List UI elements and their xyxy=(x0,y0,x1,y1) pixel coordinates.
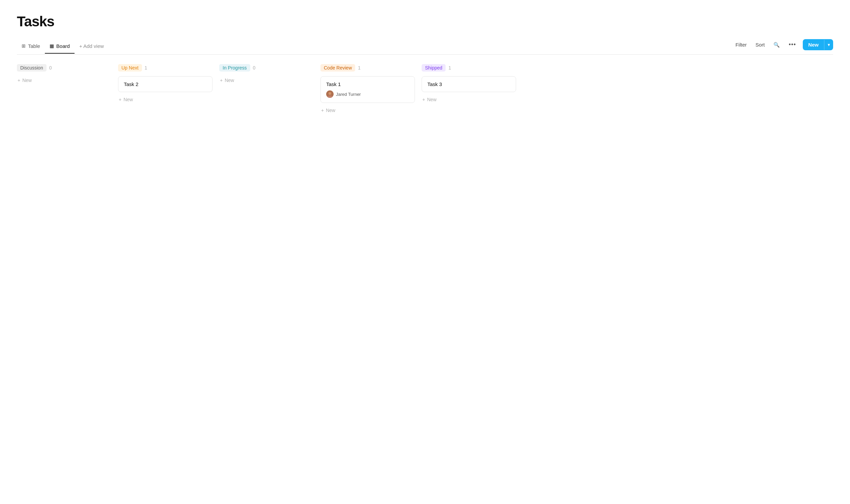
column-codereview: Code Review 1 Task 1 Jared Turner + New xyxy=(321,64,422,114)
column-discussion: Discussion 0 + New xyxy=(17,64,118,84)
more-options-button[interactable]: ••• xyxy=(786,40,798,50)
plus-icon-inprogress: + xyxy=(220,77,223,83)
tab-table[interactable]: ⊞ Table xyxy=(17,40,45,54)
new-button-chevron-icon[interactable]: ▾ xyxy=(824,40,833,50)
column-label-upnext: Up Next xyxy=(118,64,142,72)
column-upnext: Up Next 1 Task 2 + New xyxy=(118,64,219,104)
add-view-label: + Add view xyxy=(79,43,104,49)
column-count-inprogress: 0 xyxy=(253,65,256,71)
page-title: Tasks xyxy=(17,14,833,30)
add-view-button[interactable]: + Add view xyxy=(75,40,109,53)
add-new-label-inprogress: New xyxy=(225,77,234,83)
column-inprogress: In Progress 0 + New xyxy=(219,64,321,84)
add-new-label-shipped: New xyxy=(427,97,436,102)
add-new-codereview[interactable]: + New xyxy=(321,106,415,114)
tab-board[interactable]: ▦ Board xyxy=(45,40,75,54)
card-task2-title: Task 2 xyxy=(124,81,138,87)
add-new-upnext[interactable]: + New xyxy=(118,95,213,104)
column-header-inprogress: In Progress 0 xyxy=(219,64,314,72)
column-count-codereview: 1 xyxy=(358,65,361,71)
search-icon: 🔍 xyxy=(774,42,780,48)
new-button-label: New xyxy=(803,39,824,50)
board: Discussion 0 + New Up Next 1 Task 2 + Ne… xyxy=(17,64,833,114)
add-new-inprogress[interactable]: + New xyxy=(219,76,314,84)
card-task1[interactable]: Task 1 Jared Turner xyxy=(321,76,415,103)
toolbar-right: Filter Sort 🔍 ••• New ▾ xyxy=(733,39,833,54)
column-count-upnext: 1 xyxy=(145,65,147,71)
card-task3[interactable]: Task 3 xyxy=(422,76,516,92)
column-header-shipped: Shipped 1 xyxy=(422,64,516,72)
card-task1-assignee: Jared Turner xyxy=(326,90,409,98)
column-count-discussion: 0 xyxy=(49,65,52,71)
plus-icon-codereview: + xyxy=(321,108,324,113)
new-button[interactable]: New ▾ xyxy=(803,39,833,50)
search-button[interactable]: 🔍 xyxy=(772,40,782,49)
add-new-shipped[interactable]: + New xyxy=(422,95,516,104)
plus-icon-discussion: + xyxy=(18,77,20,83)
column-label-shipped: Shipped xyxy=(422,64,446,72)
more-icon: ••• xyxy=(789,41,796,48)
svg-point-1 xyxy=(328,92,331,95)
card-task2[interactable]: Task 2 xyxy=(118,76,213,92)
sort-button[interactable]: Sort xyxy=(754,40,767,49)
plus-icon-upnext: + xyxy=(119,97,122,102)
board-icon: ▦ xyxy=(50,43,54,49)
column-label-discussion: Discussion xyxy=(17,64,47,72)
column-shipped: Shipped 1 Task 3 + New xyxy=(422,64,523,104)
tab-table-label: Table xyxy=(28,43,40,49)
column-header-discussion: Discussion 0 xyxy=(17,64,111,72)
view-tabs-bar: ⊞ Table ▦ Board + Add view Filter Sort 🔍… xyxy=(17,39,833,55)
card-task1-title: Task 1 xyxy=(326,81,409,87)
column-header-codereview: Code Review 1 xyxy=(321,64,415,72)
filter-button[interactable]: Filter xyxy=(733,40,748,49)
add-new-label-discussion: New xyxy=(22,77,32,83)
plus-icon-shipped: + xyxy=(422,97,425,102)
table-icon: ⊞ xyxy=(22,43,25,49)
card-task3-title: Task 3 xyxy=(427,81,442,87)
column-label-codereview: Code Review xyxy=(321,64,355,72)
assignee-name-jared: Jared Turner xyxy=(336,92,361,97)
add-new-label-upnext: New xyxy=(124,97,133,102)
column-label-inprogress: In Progress xyxy=(219,64,250,72)
tab-board-label: Board xyxy=(56,43,70,49)
column-header-upnext: Up Next 1 xyxy=(118,64,213,72)
column-count-shipped: 1 xyxy=(448,65,451,71)
add-new-discussion[interactable]: + New xyxy=(17,76,111,84)
avatar-jared xyxy=(326,90,333,98)
add-new-label-codereview: New xyxy=(326,108,335,113)
